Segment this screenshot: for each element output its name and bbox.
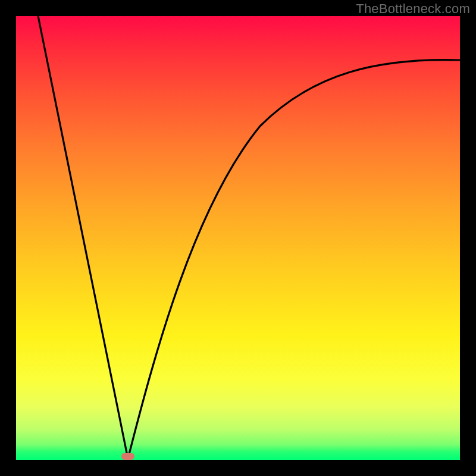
curve-right-segment <box>128 60 460 459</box>
curve-left-segment <box>38 16 128 459</box>
chart-plot-area <box>16 16 460 460</box>
chart-frame: TheBottleneck.com <box>0 0 476 476</box>
bottleneck-curve <box>16 16 460 460</box>
min-marker <box>121 453 134 460</box>
watermark-text: TheBottleneck.com <box>356 1 470 17</box>
